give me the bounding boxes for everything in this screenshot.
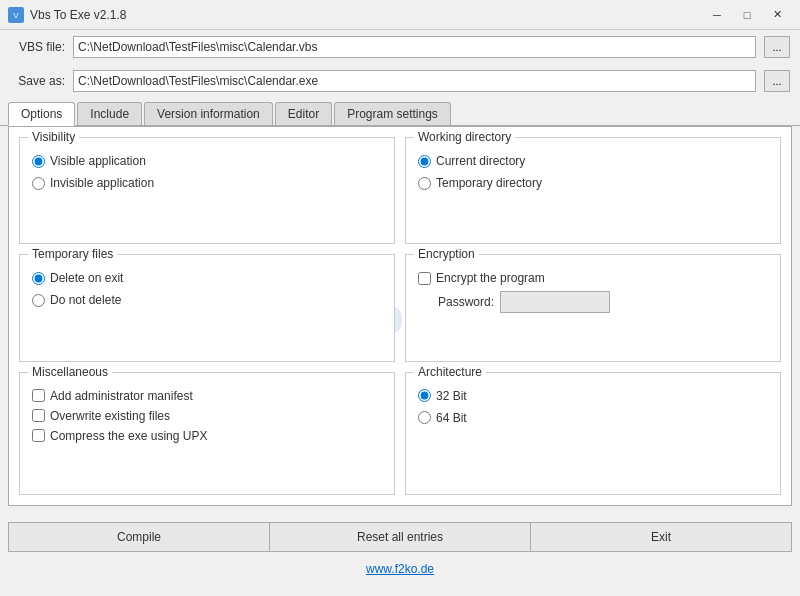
do-not-delete-radio[interactable]: [32, 294, 45, 307]
encrypt-program-label[interactable]: Encrypt the program: [436, 271, 545, 285]
compress-upx-label[interactable]: Compress the exe using UPX: [50, 429, 207, 443]
32bit-label[interactable]: 32 Bit: [436, 389, 467, 403]
window-controls: ─ □ ✕: [702, 5, 792, 25]
64bit-row: 64 Bit: [418, 411, 768, 425]
working-directory-title: Working directory: [414, 130, 515, 144]
compress-upx-checkbox[interactable]: [32, 429, 45, 442]
tab-version-information[interactable]: Version information: [144, 102, 273, 125]
vbs-browse-button[interactable]: ...: [764, 36, 790, 58]
tab-bar: Options Include Version information Edit…: [0, 98, 800, 126]
temporary-files-panel: Temporary files Delete on exit Do not de…: [19, 254, 395, 361]
overwrite-files-row: Overwrite existing files: [32, 409, 382, 423]
footer-link[interactable]: www.f2ko.de: [366, 562, 434, 576]
temporary-files-title: Temporary files: [28, 247, 117, 261]
miscellaneous-title: Miscellaneous: [28, 365, 112, 379]
32bit-radio[interactable]: [418, 389, 431, 402]
tab-options[interactable]: Options: [8, 102, 75, 126]
temp-dir-label[interactable]: Temporary directory: [436, 176, 542, 190]
invisible-app-radio[interactable]: [32, 177, 45, 190]
exit-button[interactable]: Exit: [531, 522, 792, 552]
current-dir-label[interactable]: Current directory: [436, 154, 525, 168]
svg-text:V: V: [13, 11, 19, 20]
title-bar-left: V Vbs To Exe v2.1.8: [8, 7, 127, 23]
divider: [0, 506, 800, 514]
encryption-content: Encrypt the program Password:: [418, 271, 768, 313]
button-row: Compile Reset all entries Exit: [8, 522, 792, 552]
compile-button[interactable]: Compile: [8, 522, 270, 552]
miscellaneous-panel: Miscellaneous Add administrator manifest…: [19, 372, 395, 495]
encryption-panel: Encryption Encrypt the program Password:: [405, 254, 781, 361]
password-row: Password:: [438, 291, 768, 313]
visibility-panel: Visibility Visible application Invisible…: [19, 137, 395, 244]
invisible-app-row: Invisible application: [32, 176, 382, 190]
compress-upx-row: Compress the exe using UPX: [32, 429, 382, 443]
vbs-file-input[interactable]: [73, 36, 756, 58]
architecture-title: Architecture: [414, 365, 486, 379]
admin-manifest-row: Add administrator manifest: [32, 389, 382, 403]
overwrite-files-checkbox[interactable]: [32, 409, 45, 422]
reset-button[interactable]: Reset all entries: [270, 522, 531, 552]
footer: www.f2ko.de: [8, 558, 792, 580]
save-browse-button[interactable]: ...: [764, 70, 790, 92]
miscellaneous-content: Add administrator manifest Overwrite exi…: [32, 389, 382, 443]
64bit-label[interactable]: 64 Bit: [436, 411, 467, 425]
working-directory-panel: Working directory Current directory Temp…: [405, 137, 781, 244]
save-as-row: Save as: ...: [0, 64, 800, 98]
temporary-files-content: Delete on exit Do not delete: [32, 271, 382, 307]
32bit-row: 32 Bit: [418, 389, 768, 403]
overwrite-files-label[interactable]: Overwrite existing files: [50, 409, 170, 423]
password-label: Password:: [438, 295, 494, 309]
delete-on-exit-radio[interactable]: [32, 272, 45, 285]
encrypt-program-checkbox[interactable]: [418, 272, 431, 285]
main-content: SnapFiles Visibility Visible application…: [8, 126, 792, 506]
minimize-button[interactable]: ─: [702, 5, 732, 25]
invisible-app-label[interactable]: Invisible application: [50, 176, 154, 190]
admin-manifest-label[interactable]: Add administrator manifest: [50, 389, 193, 403]
visible-app-radio[interactable]: [32, 155, 45, 168]
vbs-file-label: VBS file:: [10, 40, 65, 54]
visibility-title: Visibility: [28, 130, 79, 144]
admin-manifest-checkbox[interactable]: [32, 389, 45, 402]
save-as-label: Save as:: [10, 74, 65, 88]
delete-on-exit-label[interactable]: Delete on exit: [50, 271, 123, 285]
temp-dir-radio[interactable]: [418, 177, 431, 190]
architecture-content: 32 Bit 64 Bit: [418, 389, 768, 425]
app-icon: V: [8, 7, 24, 23]
visibility-content: Visible application Invisible applicatio…: [32, 154, 382, 190]
do-not-delete-label[interactable]: Do not delete: [50, 293, 121, 307]
do-not-delete-row: Do not delete: [32, 293, 382, 307]
tab-include[interactable]: Include: [77, 102, 142, 125]
encryption-title: Encryption: [414, 247, 479, 261]
encrypt-program-row: Encrypt the program: [418, 271, 768, 285]
maximize-button[interactable]: □: [732, 5, 762, 25]
visible-app-label[interactable]: Visible application: [50, 154, 146, 168]
delete-on-exit-row: Delete on exit: [32, 271, 382, 285]
bottom-area: Compile Reset all entries Exit www.f2ko.…: [0, 514, 800, 588]
current-dir-radio[interactable]: [418, 155, 431, 168]
temp-dir-row: Temporary directory: [418, 176, 768, 190]
64bit-radio[interactable]: [418, 411, 431, 424]
app-title: Vbs To Exe v2.1.8: [30, 8, 127, 22]
current-dir-row: Current directory: [418, 154, 768, 168]
vbs-file-row: VBS file: ...: [0, 30, 800, 64]
visible-app-row: Visible application: [32, 154, 382, 168]
password-input[interactable]: [500, 291, 610, 313]
tab-program-settings[interactable]: Program settings: [334, 102, 451, 125]
title-bar: V Vbs To Exe v2.1.8 ─ □ ✕: [0, 0, 800, 30]
architecture-panel: Architecture 32 Bit 64 Bit: [405, 372, 781, 495]
working-directory-content: Current directory Temporary directory: [418, 154, 768, 190]
tab-editor[interactable]: Editor: [275, 102, 332, 125]
close-button[interactable]: ✕: [762, 5, 792, 25]
save-as-input[interactable]: [73, 70, 756, 92]
